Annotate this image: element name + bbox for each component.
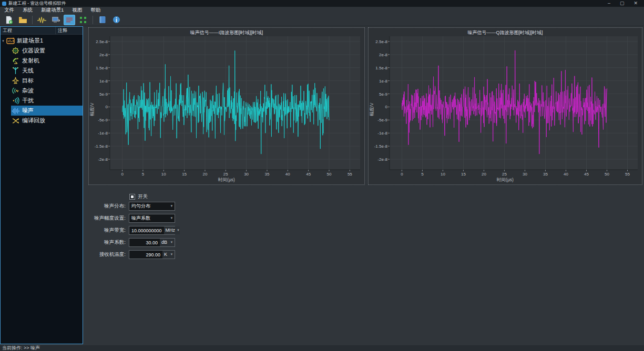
svg-text:-5e-9: -5e-9 xyxy=(377,118,387,122)
receiver-temperature-row: 接收机温度: 290.00 K ▼ xyxy=(32,250,175,259)
field-value: 10.000000000 xyxy=(129,228,164,233)
field-label: 噪声系数: xyxy=(32,239,129,246)
svg-text:50: 50 xyxy=(327,172,332,177)
sidebar-item-target[interactable]: 目标 xyxy=(1,76,83,86)
chevron-down-icon: ▼ xyxy=(169,214,175,222)
noise-bandwidth-input[interactable]: 10.000000000 MHz ▼ xyxy=(129,226,175,235)
field-label: 接收机温度: xyxy=(32,251,129,258)
menu-scene[interactable]: 新建场景1 xyxy=(41,7,64,14)
noise-amplitude-mode-select[interactable]: 噪声系数 ▼ xyxy=(129,214,175,223)
noise-bandwidth-row: 噪声带宽: 10.000000000 MHz ▼ xyxy=(32,226,175,235)
svg-text:35: 35 xyxy=(265,172,270,177)
chart-xlabel: 时间(µs) xyxy=(369,177,642,183)
svg-text:-2e-8: -2e-8 xyxy=(377,157,387,162)
sidebar-item-clutter[interactable]: 杂波 xyxy=(1,86,83,96)
svg-text:10: 10 xyxy=(161,172,166,177)
maximize-button[interactable]: ▢ xyxy=(620,0,625,7)
unit-label: MHz xyxy=(164,226,177,234)
scene-icon xyxy=(6,37,15,45)
chart-ylabel: 幅度/V xyxy=(369,94,375,125)
sidebar-item-interference[interactable]: 干扰 xyxy=(1,96,83,106)
info-icon xyxy=(113,16,120,24)
list-view-button[interactable] xyxy=(64,15,75,25)
info-button[interactable] xyxy=(110,15,122,25)
sidebar-item-label: 新建场景1 xyxy=(17,37,43,45)
svg-text:2e-8: 2e-8 xyxy=(99,53,108,57)
new-file-icon xyxy=(5,16,13,24)
checkbox-fill xyxy=(131,195,134,198)
select-value: 均匀分布 xyxy=(129,203,169,210)
toolbar xyxy=(0,14,644,26)
list-view-icon xyxy=(66,17,73,23)
chevron-down-icon: ▼ xyxy=(169,239,175,246)
sidebar-item-label: 天线 xyxy=(22,67,34,75)
svg-text:-2e-8: -2e-8 xyxy=(98,157,108,162)
menu-file[interactable]: 文件 xyxy=(4,7,14,14)
close-button[interactable]: ✕ xyxy=(633,0,638,7)
svg-text:-1.5e-8: -1.5e-8 xyxy=(374,144,388,149)
application-window: 新建工程 - 雷达信号模拟软件 – ▢ ✕ 文件 系统 新建场景1 视图 帮助 xyxy=(0,0,644,351)
svg-text:5e-9: 5e-9 xyxy=(99,92,108,97)
svg-text:-5e-9: -5e-9 xyxy=(98,118,108,122)
unit-label: dB xyxy=(160,239,169,246)
svg-text:55: 55 xyxy=(347,172,352,177)
noise-figure-input[interactable]: 30.00 dB ▼ xyxy=(129,238,175,247)
window-title: 新建工程 - 雷达信号模拟软件 xyxy=(8,1,66,7)
waveform-view-button[interactable] xyxy=(36,15,48,25)
run-grid-button[interactable] xyxy=(77,15,89,25)
unit-label: K xyxy=(162,251,169,259)
svg-text:45: 45 xyxy=(306,172,311,177)
field-label: 噪声带宽: xyxy=(32,227,129,234)
sidebar-item-transmitter[interactable]: 发射机 xyxy=(1,56,83,66)
noise-waveform-Q-canvas[interactable]: 05101520253035404550552.5e-82e-81.5e-81e… xyxy=(369,28,642,184)
export-device-button[interactable] xyxy=(50,15,62,25)
sidebar-item-label: 仪器设置 xyxy=(22,47,45,55)
svg-text:30: 30 xyxy=(523,172,527,177)
svg-text:-1e-8: -1e-8 xyxy=(377,131,387,136)
svg-text:0: 0 xyxy=(106,105,108,109)
device-icon xyxy=(52,16,60,24)
menu-system[interactable]: 系统 xyxy=(23,7,33,14)
antenna-icon xyxy=(11,67,20,75)
title-bar: 新建工程 - 雷达信号模拟软件 – ▢ ✕ xyxy=(0,0,644,7)
svg-text:0: 0 xyxy=(401,172,403,177)
minimize-button[interactable]: – xyxy=(608,0,610,7)
noise-figure-row: 噪声系数: 30.00 dB ▼ xyxy=(32,238,175,247)
svg-text:2.5e-8: 2.5e-8 xyxy=(96,39,108,44)
menu-help[interactable]: 帮助 xyxy=(90,7,100,14)
collapse-arrow-icon[interactable]: ▾ xyxy=(1,39,6,43)
report-button[interactable] xyxy=(97,15,108,25)
sidebar-item-antenna[interactable]: 天线 xyxy=(1,66,83,76)
folder-icon xyxy=(18,16,27,24)
compile-playback-icon xyxy=(11,117,20,125)
open-project-button[interactable] xyxy=(17,15,28,25)
sidebar-item-noise[interactable]: 噪声 xyxy=(11,106,83,116)
toolbar-separator xyxy=(93,16,93,24)
receiver-temperature-input[interactable]: 290.00 K ▼ xyxy=(129,250,175,259)
chevron-down-icon: ▼ xyxy=(177,226,180,234)
noise-distribution-row: 噪声分布: 均匀分布 ▼ xyxy=(32,202,175,211)
noise-q-chart-panel[interactable]: 噪声信号——Q路波形图[时域][时域] 幅度/V 时间(µs) 05101520… xyxy=(368,27,642,185)
noise-waveform-I-canvas[interactable]: 05101520253035404550552.5e-82e-81.5e-81e… xyxy=(89,28,364,184)
noise-i-chart-panel[interactable]: 噪声信号——I路波形图[时域][时域] 幅度/V 时间(µs) 05101520… xyxy=(88,27,365,185)
sidebar-item-label: 噪声 xyxy=(22,107,34,115)
noise-distribution-select[interactable]: 均匀分布 ▼ xyxy=(129,202,175,211)
tree-header: 工程 注释 xyxy=(1,27,83,35)
svg-text:25: 25 xyxy=(502,172,507,177)
svg-text:15: 15 xyxy=(461,172,466,177)
menu-bar: 文件 系统 新建场景1 视图 帮助 xyxy=(0,7,644,14)
sidebar-item-scene-root[interactable]: ▾ 新建场景1 xyxy=(1,36,83,46)
sidebar-item-instrument-settings[interactable]: 仪器设置 xyxy=(1,46,83,56)
waveform-icon xyxy=(37,16,47,24)
switch-checkbox[interactable] xyxy=(129,194,135,200)
report-icon xyxy=(99,16,106,24)
project-tree-panel: 工程 注释 ▾ 新建场景1 仪器设 xyxy=(0,26,83,344)
new-project-button[interactable] xyxy=(3,15,15,25)
chevron-down-icon: ▼ xyxy=(169,251,175,259)
menu-view[interactable]: 视图 xyxy=(72,7,82,14)
svg-text:25: 25 xyxy=(223,172,228,177)
green-dots-icon xyxy=(79,16,87,24)
app-icon xyxy=(2,2,6,6)
svg-text:35: 35 xyxy=(543,172,548,177)
sidebar-item-compile-playback[interactable]: 编译回放 xyxy=(1,116,83,126)
